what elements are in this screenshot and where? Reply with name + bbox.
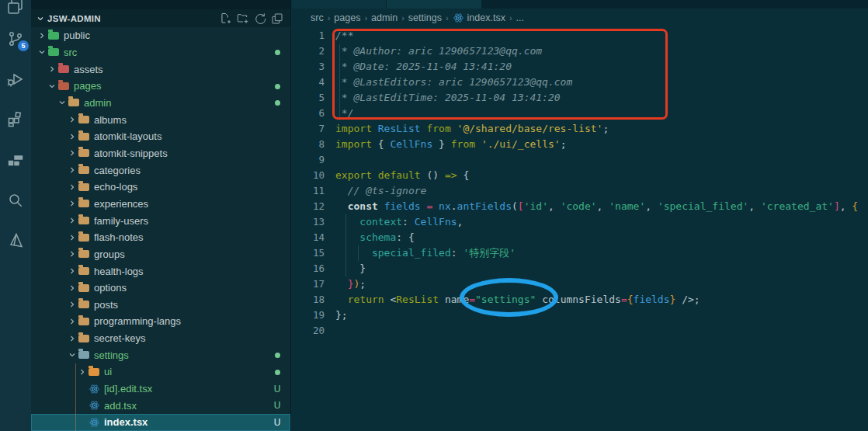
chevron-right-icon[interactable] (66, 317, 78, 326)
tree-folder-atomkit-snippets[interactable]: atomkit-snippets (31, 145, 290, 162)
tree-folder-options[interactable]: options (31, 280, 290, 297)
search-icon[interactable] (0, 185, 31, 216)
annotation-red-rectangle (332, 29, 668, 120)
tree-folder-groups[interactable]: groups (31, 246, 290, 263)
code-line-17[interactable]: 17 }); (292, 276, 868, 292)
tab-partial-1[interactable] (292, 0, 386, 9)
chevron-right-icon[interactable] (66, 132, 78, 141)
explorer-sidebar: JSW-ADMIN publicsrcassetspagesadminalbum… (31, 0, 291, 431)
new-file-icon[interactable] (217, 11, 234, 26)
chevron-right-icon[interactable] (66, 148, 78, 158)
code-line-9[interactable]: 9 (292, 152, 868, 168)
chevron-right-icon[interactable] (66, 266, 78, 276)
breadcrumb-item-index-tsx[interactable]: index.tsx (451, 12, 507, 23)
code-line-8[interactable]: 8import { CellFns } from './ui/_cells'; (292, 137, 868, 152)
chevron-right-icon[interactable] (66, 216, 78, 225)
tree-file-index-tsx[interactable]: index.tsxU (31, 414, 290, 431)
code-text: // @ts-ignore (335, 183, 426, 199)
tree-folder-settings[interactable]: settings (31, 346, 290, 363)
breadcrumb-item--[interactable]: ... (515, 12, 526, 23)
folder-icon (78, 217, 94, 224)
breadcrumb-item-src[interactable]: src (309, 12, 325, 23)
tree-file--id-edit-tsx[interactable]: [id].edit.tsxU (31, 381, 290, 398)
code-line-13[interactable]: 13 context: CellFns, (292, 214, 868, 230)
chevron-right-icon[interactable] (66, 283, 78, 293)
code-line-19[interactable]: 19}; (292, 308, 868, 323)
folder-icon (78, 284, 94, 292)
chevron-down-icon[interactable] (36, 47, 48, 57)
line-number: 1 (292, 28, 335, 43)
chevron-down-icon[interactable] (56, 98, 68, 107)
collapse-all-icon[interactable] (269, 11, 286, 26)
explorer-icon[interactable] (0, 0, 31, 14)
code-line-18[interactable]: 18 return <ResList name="settings" colum… (292, 292, 868, 308)
chevron-right-icon[interactable] (66, 249, 78, 259)
code-line-11[interactable]: 11 // @ts-ignore (292, 183, 868, 199)
code-line-10[interactable]: 10export default () => { (292, 168, 868, 183)
tree-folder-ui[interactable]: ui (31, 363, 290, 381)
chevron-right-icon[interactable] (66, 182, 78, 192)
line-number: 11 (292, 183, 335, 199)
line-number: 13 (292, 214, 335, 230)
code-line-15[interactable]: 15 special_filed: '特别字段' (292, 245, 868, 261)
tab-partial-2[interactable] (387, 0, 481, 9)
tree-folder-family-users[interactable]: family-users (31, 212, 290, 229)
chevron-right-icon[interactable] (46, 64, 58, 74)
chevron-right-icon[interactable] (76, 367, 89, 377)
line-number: 17 (292, 276, 335, 292)
tree-folder-atomkit-layouts[interactable]: atomkit-layouts (31, 128, 290, 145)
tree-item-label: health-logs (94, 266, 272, 277)
code-line-12[interactable]: 12 const fields = nx.antFields(['id', 'c… (292, 199, 868, 214)
chevron-right-icon[interactable] (66, 115, 78, 124)
tree-folder-programming-langs[interactable]: programming-langs (31, 313, 290, 330)
project-title: JSW-ADMIN (47, 14, 217, 23)
tree-folder-public[interactable]: public (31, 27, 290, 44)
chevron-right-icon[interactable] (66, 334, 78, 343)
run-debug-icon[interactable] (0, 64, 31, 95)
tree-folder-admin[interactable]: admin (31, 95, 290, 112)
chevron-down-icon[interactable] (66, 350, 78, 360)
chevron-right-icon[interactable] (66, 165, 78, 175)
tree-item-label: ui (104, 366, 272, 377)
source-control-icon[interactable]: 5 (0, 23, 31, 54)
line-number: 20 (292, 323, 335, 339)
todo-blocks-icon[interactable] (0, 144, 31, 176)
git-modified-dot (272, 97, 283, 108)
extensions-icon[interactable] (0, 104, 31, 135)
tree-folder-categories[interactable]: categories (31, 162, 290, 179)
explorer-section-header[interactable]: JSW-ADMIN (31, 9, 290, 27)
code-line-7[interactable]: 7import ResList from '@/shared/base/res-… (292, 121, 868, 137)
tree-folder-health-logs[interactable]: health-logs (31, 262, 290, 280)
tree-item-label: index.tsx (104, 416, 272, 428)
chevron-right-icon[interactable] (66, 233, 78, 242)
indent-guide (358, 245, 359, 261)
breadcrumb-item-admin[interactable]: admin (370, 12, 399, 23)
breadcrumb-item-pages[interactable]: pages (332, 12, 362, 23)
refresh-icon[interactable] (252, 11, 269, 26)
code-line-14[interactable]: 14 schema: { (292, 230, 868, 245)
folder-icon (58, 82, 74, 90)
chevron-right-icon[interactable] (36, 31, 48, 40)
breadcrumb-item-settings[interactable]: settings (407, 12, 443, 23)
tree-folder-flash-notes[interactable]: flash-notes (31, 229, 290, 246)
line-number: 7 (292, 121, 335, 137)
chevron-right-icon[interactable] (66, 199, 78, 208)
code-line-20[interactable]: 20 (292, 323, 868, 339)
line-number: 16 (292, 261, 335, 276)
tree-file-add-tsx[interactable]: add.tsxU (31, 397, 290, 414)
new-folder-icon[interactable] (234, 11, 252, 26)
prism-icon[interactable] (0, 225, 31, 256)
tree-folder-secret-keys[interactable]: secret-keys (31, 330, 290, 347)
tree-folder-albums[interactable]: albums (31, 111, 290, 128)
tree-folder-experiences[interactable]: experiences (31, 196, 290, 213)
breadcrumb-label: ... (516, 12, 524, 23)
tree-folder-src[interactable]: src (31, 44, 290, 61)
code-line-16[interactable]: 16 } (292, 261, 868, 276)
tree-item-label: admin (84, 97, 272, 109)
chevron-down-icon[interactable] (46, 82, 58, 91)
chevron-right-icon[interactable] (66, 300, 78, 309)
tree-folder-assets[interactable]: assets (31, 61, 290, 78)
tree-folder-posts[interactable]: posts (31, 297, 290, 314)
tree-folder-echo-logs[interactable]: echo-logs (31, 179, 290, 196)
tree-folder-pages[interactable]: pages (31, 78, 290, 95)
